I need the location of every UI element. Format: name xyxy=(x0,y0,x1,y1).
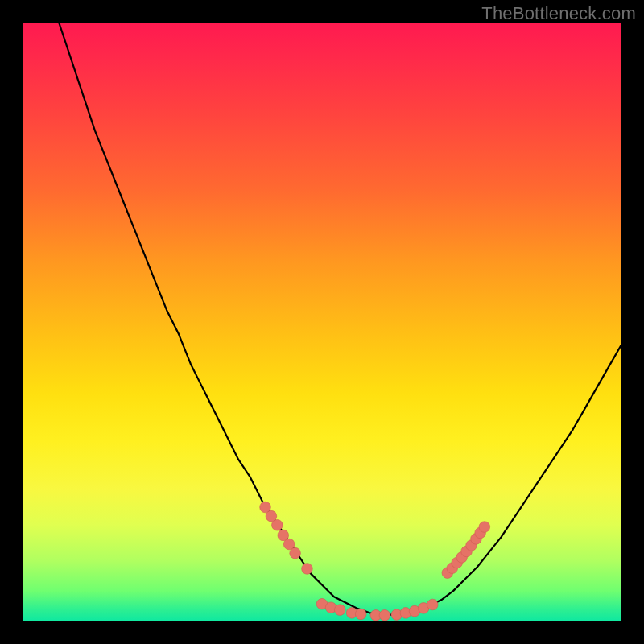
plot-svg xyxy=(23,23,621,621)
svg-point-11 xyxy=(355,609,366,620)
svg-point-2 xyxy=(272,519,283,530)
svg-point-9 xyxy=(334,605,345,616)
svg-point-13 xyxy=(379,610,390,621)
plot-area xyxy=(23,23,621,621)
bottleneck-curve xyxy=(60,23,621,615)
data-markers xyxy=(260,502,490,621)
svg-point-18 xyxy=(427,599,438,610)
svg-point-6 xyxy=(302,564,313,575)
svg-point-27 xyxy=(479,522,490,533)
svg-point-5 xyxy=(290,547,301,559)
watermark-text: TheBottleneck.com xyxy=(481,3,636,24)
chart-frame: TheBottleneck.com xyxy=(0,0,644,644)
